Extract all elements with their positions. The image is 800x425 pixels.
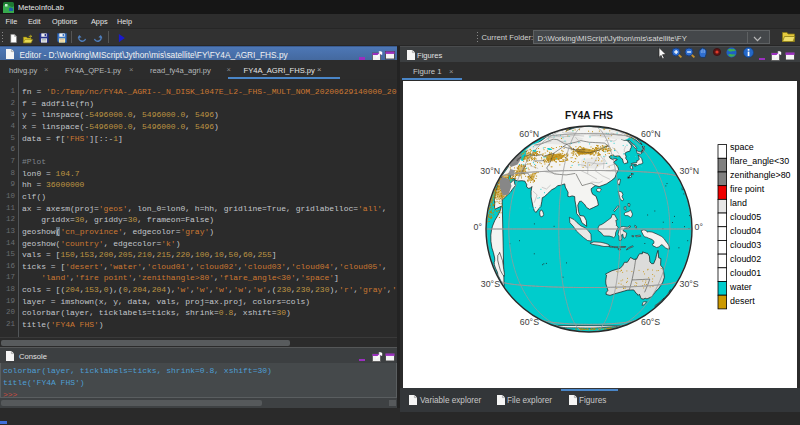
- svg-text:cloud04: cloud04: [730, 226, 761, 236]
- svg-text:desert: desert: [730, 296, 755, 306]
- svg-text:60°S: 60°S: [520, 317, 539, 327]
- svg-text:0°: 0°: [695, 222, 703, 232]
- svg-text:0°: 0°: [474, 222, 482, 232]
- svg-text:30°S: 30°S: [680, 279, 699, 289]
- svg-text:zenithangle>80: zenithangle>80: [730, 170, 791, 180]
- svg-text:water: water: [729, 282, 752, 292]
- svg-text:space: space: [730, 142, 754, 152]
- svg-text:30°S: 30°S: [481, 279, 500, 289]
- svg-text:land: land: [730, 198, 747, 208]
- svg-text:FY4A FHS: FY4A FHS: [565, 110, 613, 121]
- svg-text:cloud05: cloud05: [730, 212, 761, 222]
- svg-text:cloud03: cloud03: [730, 240, 761, 250]
- svg-text:fire point: fire point: [730, 184, 765, 194]
- svg-text:60°N: 60°N: [519, 129, 539, 139]
- svg-text:cloud02: cloud02: [730, 254, 761, 264]
- svg-text:30°N: 30°N: [680, 166, 700, 176]
- svg-text:30°N: 30°N: [480, 166, 500, 176]
- svg-text:60°N: 60°N: [641, 129, 661, 139]
- svg-text:cloud01: cloud01: [730, 268, 761, 278]
- svg-text:flare_angle<30: flare_angle<30: [730, 156, 789, 166]
- svg-text:60°S: 60°S: [641, 317, 660, 327]
